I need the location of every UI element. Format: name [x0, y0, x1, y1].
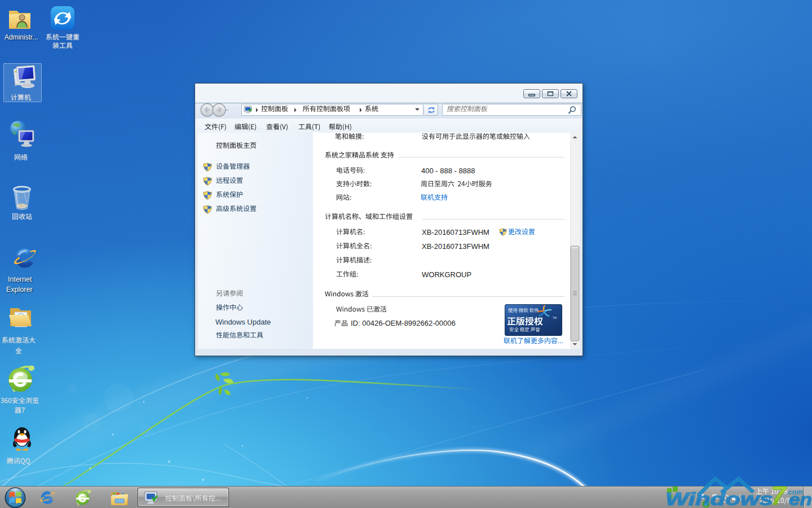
svg-text:Windows: Windows — [665, 489, 773, 508]
svg-text:.com: .com — [786, 488, 804, 496]
svg-text:TM: TM — [553, 316, 557, 319]
svg-text:7: 7 — [771, 480, 787, 508]
